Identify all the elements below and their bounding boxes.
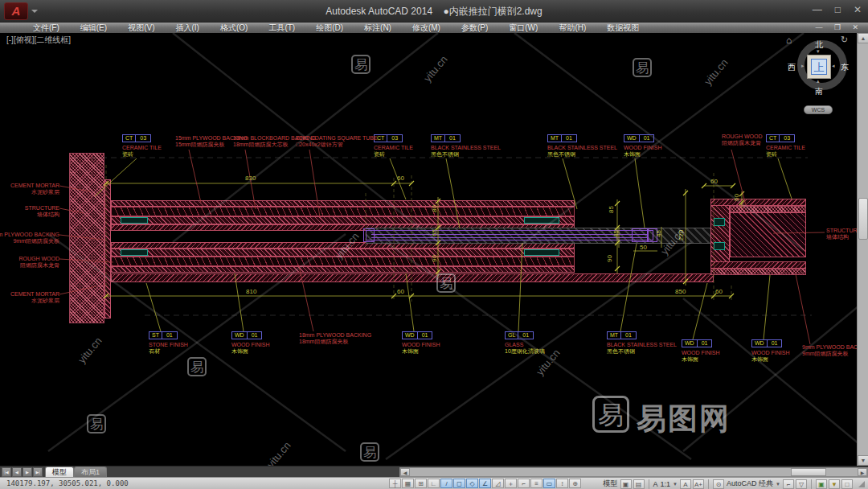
status-toggle-7[interactable]: ∠ [479,479,491,488]
viewcube-top-label[interactable]: 上 [811,59,827,75]
tab-nav-buttons[interactable]: |◀◀▶▶| [2,467,43,477]
viewcube-arrow-left-icon[interactable]: ▸ [801,63,805,69]
menu-编辑E[interactable]: 编辑(E) [70,23,117,34]
status-filter-icon[interactable]: ▼ [829,479,840,489]
wcs-button[interactable]: WCS [804,105,833,114]
menu-修改M[interactable]: 修改(M) [402,23,451,34]
vertical-scroll-thumb[interactable] [858,198,868,240]
menu-bar: — ❐ ✕ 文件(F)编辑(E)视图(V)插入(I)格式(O)工具(T)绘图(D… [0,23,868,33]
scale-caret-icon[interactable]: ▼ [673,482,678,487]
status-toggle-9[interactable]: ＋ [505,479,517,488]
model-space-button[interactable]: 模型 [604,479,618,489]
horizontal-scrollbar[interactable]: ◀ ▶ [399,467,868,477]
title-bar: A Autodesk AutoCAD 2014 ●内嵌推拉门横剖2.dwg — … [0,0,868,23]
watermark-glyph: 易 [187,357,207,376]
toolbar-lock-icon[interactable]: ⌐ [783,479,794,489]
menu-标注N[interactable]: 标注(N) [354,23,402,34]
tab-layout1[interactable]: 布局1 [74,466,107,477]
viewcube-orbit-icon[interactable]: ↻ [841,35,848,45]
scroll-left-icon[interactable]: ◀ [400,468,410,476]
workspace-switcher[interactable]: AutoCAD 经典 [727,479,773,489]
menu-绘图D[interactable]: 绘图(D) [305,23,354,34]
document-title: ●内嵌推拉门横剖2.dwg [443,6,542,17]
resize-grip[interactable] [858,481,865,487]
vertical-scrollbar[interactable]: ▲ ▼ [857,33,868,466]
quick-view-drawings-icon[interactable]: ▤ [633,479,645,489]
scroll-right-icon[interactable]: ▶ [858,468,867,476]
viewcube-arrow-right-icon[interactable]: ◂ [832,63,835,69]
app-title: Autodesk AutoCAD 2014 [326,6,432,17]
workspace-caret-icon[interactable]: ▼ [776,482,780,487]
hardware-acceleration-icon[interactable]: ▽ [796,479,807,489]
autocad-window: A Autodesk AutoCAD 2014 ●内嵌推拉门横剖2.dwg — … [0,0,868,489]
watermark-glyph: 易 [87,414,106,434]
coordinate-readout: 140179.197, 30505.021, 0.000 [6,479,129,487]
drawing-canvas[interactable]: [-][俯视][二维线框] [0,33,868,466]
menu-帮助H[interactable]: 帮助(H) [548,23,596,34]
horizontal-scroll-thumb[interactable] [791,468,826,476]
menu-插入I[interactable]: 插入(I) [165,23,209,34]
tab-model[interactable]: 模型 [45,466,74,477]
watermark-glyph: 易 [633,58,652,77]
menu-格式O[interactable]: 格式(O) [210,23,258,34]
status-toggle-10[interactable]: ⌐ [518,479,530,488]
watermark-domain: yitu.cn [333,230,362,261]
maximize-button[interactable]: □ [835,4,841,15]
watermark-domain: yitu.cn [76,335,104,365]
annotation-visibility-icon[interactable]: A [680,479,691,489]
watermark-layer: 易 易图网 易易易易易易yitu.cnyitu.cnyitu.cnyitu.cn… [0,33,868,466]
isolate-objects-icon[interactable]: ▣ [816,479,827,489]
annotation-scale-button[interactable]: 1:1 [661,480,671,488]
menu-文件F[interactable]: 文件(F) [23,23,70,34]
status-toggle-3[interactable]: ∟ [428,479,440,488]
tab-nav-0[interactable]: |◀ [2,467,11,477]
annotation-autoscale-icon[interactable]: A+ [693,479,704,489]
status-toggle-14[interactable]: ⊕ [569,479,581,488]
window-title: Autodesk AutoCAD 2014 ●内嵌推拉门横剖2.dwg [0,5,868,18]
watermark-glyph: 易 [360,442,379,462]
watermark-logo-icon: 易 [592,396,629,433]
status-bar: 140179.197, 30505.021, 0.000 ┼▦⊞∟/◻◇∠◿＋⌐… [0,477,868,489]
status-toggle-8[interactable]: ◿ [492,479,504,488]
status-toggle-6[interactable]: ◇ [466,479,478,488]
tab-nav-3[interactable]: ▶| [33,467,43,477]
watermark-site-name: 易图网 [637,399,731,439]
viewcube-east[interactable]: 东 [837,62,852,73]
watermark-domain: yitu.cn [534,347,563,377]
menu-数据视图[interactable]: 数据视图 [596,23,649,34]
watermark-domain: yitu.cn [264,439,293,466]
viewcube-arrow-down-icon[interactable]: ▴ [817,78,820,84]
status-toggle-1[interactable]: ▦ [402,479,414,488]
document-window-controls[interactable]: — ❐ ✕ [815,23,863,31]
status-toggle-2[interactable]: ⊞ [415,479,427,488]
minimize-button[interactable]: — [813,4,822,15]
annotation-scale-icon: A [653,480,658,488]
tab-nav-2[interactable]: ▶ [23,467,32,477]
menu-参数P[interactable]: 参数(P) [451,23,498,34]
scroll-down-icon[interactable]: ▼ [858,455,868,466]
menu-工具T[interactable]: 工具(T) [258,23,305,34]
status-toggle-5[interactable]: ◻ [453,479,465,488]
viewcube-arrow-up-icon[interactable]: ▾ [817,48,820,55]
status-toggle-4[interactable]: / [440,479,452,488]
status-toggle-11[interactable]: ≡ [530,479,542,488]
watermark-glyph: 易 [351,55,371,74]
status-toggle-12[interactable]: ▭ [543,479,555,488]
status-toggle-13[interactable]: ↕ [556,479,568,488]
scroll-up-icon[interactable]: ▲ [858,33,868,43]
viewcube-west[interactable]: 西 [784,62,799,73]
clean-screen-icon[interactable]: □ [841,479,853,489]
tab-nav-1[interactable]: ◀ [12,467,22,477]
watermark-glyph: 易 [436,273,456,293]
close-button[interactable]: ✕ [854,4,862,15]
menu-视图V[interactable]: 视图(V) [117,23,165,34]
viewcube-top-face[interactable]: 上 [807,55,831,79]
layout-tab-row: |◀◀▶▶| 模型 布局1 ◀ ▶ [0,466,868,477]
layout-preview-icon[interactable]: ▣ [620,479,632,489]
status-toggle-0[interactable]: ┼ [389,479,401,488]
watermark-domain: yitu.cn [658,226,687,257]
workspace-gear-icon[interactable]: ⊙ [713,479,724,489]
viewcube-south[interactable]: 南 [812,86,826,97]
menu-窗口W[interactable]: 窗口(W) [498,23,548,34]
viewcube-home-icon[interactable]: ⌂ [786,35,792,46]
